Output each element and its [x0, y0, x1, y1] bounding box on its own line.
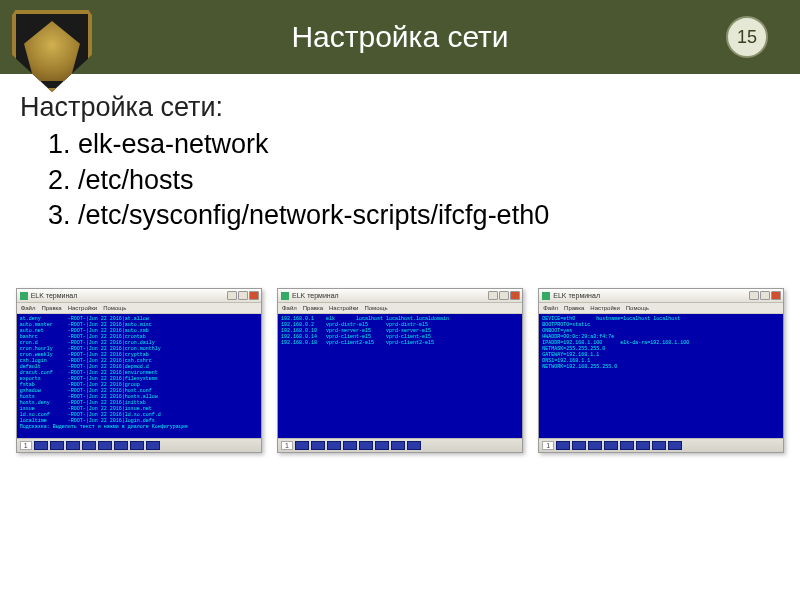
- close-icon[interactable]: [249, 291, 259, 300]
- taskbar-item[interactable]: [572, 441, 586, 450]
- taskbar-item[interactable]: [375, 441, 389, 450]
- slide-body: Настройка сети: elk-esa-network /etc/hos…: [0, 74, 800, 234]
- window-titlebar: ELK терминал: [278, 289, 522, 303]
- window-title: ELK терминал: [31, 292, 78, 299]
- taskbar-page: 1: [281, 441, 293, 450]
- taskbar-item[interactable]: [359, 441, 373, 450]
- maximize-icon[interactable]: [238, 291, 248, 300]
- window-taskbar: 1: [17, 438, 261, 452]
- app-icon: [20, 292, 28, 300]
- menu-item[interactable]: Помощь: [103, 305, 126, 311]
- military-emblem: [12, 10, 92, 92]
- window-titlebar: ELK терминал: [17, 289, 261, 303]
- taskbar-item[interactable]: [146, 441, 160, 450]
- taskbar-item[interactable]: [556, 441, 570, 450]
- list-item: /etc/sysconfig/network-scripts/ifcfg-eth…: [78, 198, 780, 234]
- list-item: /etc/hosts: [78, 163, 780, 199]
- menu-item[interactable]: Правка: [564, 305, 584, 311]
- page-number: 15: [737, 27, 757, 48]
- terminal-window-2: ELK терминал Файл Правка Настройки Помощ…: [277, 288, 523, 453]
- window-menubar: Файл Правка Настройки Помощь: [17, 303, 261, 314]
- screenshot-row: ELK терминал Файл Правка Настройки Помощ…: [0, 288, 800, 453]
- taskbar-item[interactable]: [130, 441, 144, 450]
- maximize-icon[interactable]: [760, 291, 770, 300]
- close-icon[interactable]: [510, 291, 520, 300]
- menu-item[interactable]: Помощь: [626, 305, 649, 311]
- taskbar-item[interactable]: [636, 441, 650, 450]
- taskbar-item[interactable]: [343, 441, 357, 450]
- taskbar-page: 1: [20, 441, 32, 450]
- app-icon: [281, 292, 289, 300]
- list-item: elk-esa-network: [78, 127, 780, 163]
- terminal-window-1: ELK терминал Файл Правка Настройки Помощ…: [16, 288, 262, 453]
- taskbar-item[interactable]: [620, 441, 634, 450]
- maximize-icon[interactable]: [499, 291, 509, 300]
- menu-item[interactable]: Настройки: [68, 305, 97, 311]
- close-icon[interactable]: [771, 291, 781, 300]
- config-list: elk-esa-network /etc/hosts /etc/sysconfi…: [20, 127, 780, 234]
- window-titlebar: ELK терминал: [539, 289, 783, 303]
- slide-header: Настройка сети 15: [0, 0, 800, 74]
- taskbar-page: 1: [542, 441, 554, 450]
- taskbar-item[interactable]: [34, 441, 48, 450]
- terminal-content[interactable]: 192.168.0.1 elk localhost localhost.loca…: [278, 314, 522, 438]
- minimize-icon[interactable]: [488, 291, 498, 300]
- page-number-badge: 15: [726, 16, 768, 58]
- taskbar-item[interactable]: [82, 441, 96, 450]
- minimize-icon[interactable]: [227, 291, 237, 300]
- taskbar-item[interactable]: [668, 441, 682, 450]
- terminal-content[interactable]: DEVICE=eth0 hostname=localhost localhost…: [539, 314, 783, 438]
- window-title: ELK терминал: [292, 292, 339, 299]
- menu-item[interactable]: Файл: [543, 305, 558, 311]
- taskbar-item[interactable]: [652, 441, 666, 450]
- taskbar-item[interactable]: [66, 441, 80, 450]
- taskbar-item[interactable]: [114, 441, 128, 450]
- slide-title: Настройка сети: [0, 20, 800, 54]
- minimize-icon[interactable]: [749, 291, 759, 300]
- menu-item[interactable]: Файл: [282, 305, 297, 311]
- menu-item[interactable]: Настройки: [590, 305, 619, 311]
- menu-item[interactable]: Настройки: [329, 305, 358, 311]
- taskbar-item[interactable]: [98, 441, 112, 450]
- window-buttons: [227, 291, 259, 300]
- taskbar-item[interactable]: [50, 441, 64, 450]
- taskbar-item[interactable]: [295, 441, 309, 450]
- taskbar-item[interactable]: [311, 441, 325, 450]
- taskbar-item[interactable]: [588, 441, 602, 450]
- window-title: ELK терминал: [553, 292, 600, 299]
- taskbar-item[interactable]: [327, 441, 341, 450]
- menu-item[interactable]: Помощь: [364, 305, 387, 311]
- app-icon: [542, 292, 550, 300]
- terminal-content[interactable]: at.deny -ROOT-|Jun 22 2016|at.allow auto…: [17, 314, 261, 438]
- window-menubar: Файл Правка Настройки Помощь: [278, 303, 522, 314]
- menu-item[interactable]: Правка: [303, 305, 323, 311]
- menu-item[interactable]: Правка: [41, 305, 61, 311]
- window-buttons: [488, 291, 520, 300]
- window-menubar: Файл Правка Настройки Помощь: [539, 303, 783, 314]
- window-taskbar: 1: [539, 438, 783, 452]
- terminal-window-3: ELK терминал Файл Правка Настройки Помощ…: [538, 288, 784, 453]
- taskbar-item[interactable]: [407, 441, 421, 450]
- window-taskbar: 1: [278, 438, 522, 452]
- menu-item[interactable]: Файл: [21, 305, 36, 311]
- taskbar-item[interactable]: [391, 441, 405, 450]
- body-heading: Настройка сети:: [20, 92, 780, 123]
- window-buttons: [749, 291, 781, 300]
- taskbar-item[interactable]: [604, 441, 618, 450]
